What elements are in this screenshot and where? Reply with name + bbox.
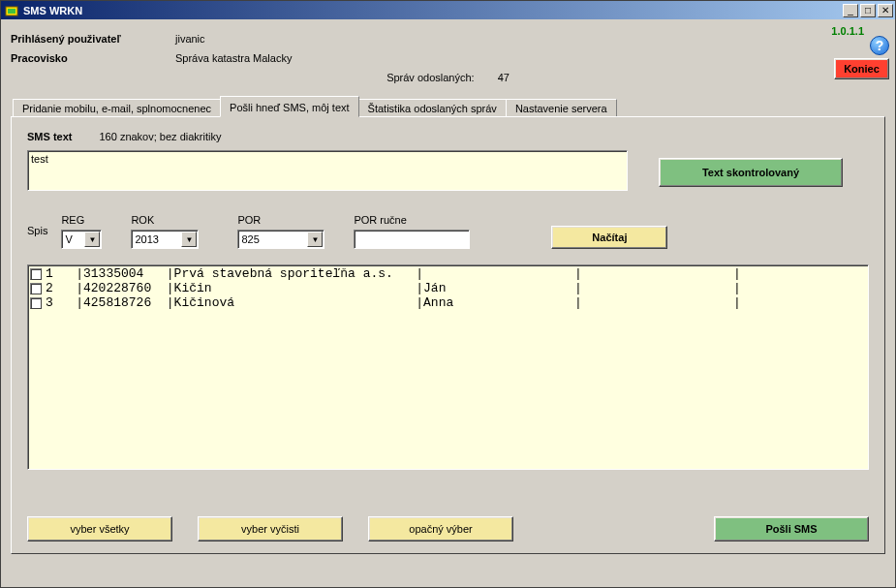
workplace-value: Správa katastra Malacky — [175, 52, 292, 64]
por-rucne-input[interactable] — [354, 230, 470, 249]
por-rucne-label: POR ručne — [354, 214, 470, 226]
row-text: 3 |425818726 |Kičinová |Anna | | — [46, 295, 741, 310]
list-item[interactable]: 3 |425818726 |Kičinová |Anna | | — [30, 295, 866, 310]
por-value: 825 — [241, 233, 259, 245]
row-checkbox[interactable] — [30, 268, 42, 280]
select-invert-button[interactable]: opačný výber — [368, 516, 513, 542]
main-window: SMS WRKN _ □ ✕ 1.0.1.1 ? Koniec Prihláse… — [0, 0, 896, 588]
load-button[interactable]: Načítaj — [551, 226, 667, 249]
help-icon[interactable]: ? — [870, 36, 889, 55]
send-sms-button[interactable]: Pošli SMS — [714, 516, 869, 542]
row-checkbox[interactable] — [30, 297, 42, 309]
chevron-down-icon: ▼ — [307, 232, 323, 247]
rok-combo[interactable]: 2013 ▼ — [131, 230, 199, 249]
rok-label: ROK — [131, 214, 199, 226]
chevron-down-icon: ▼ — [181, 232, 197, 247]
app-icon — [4, 3, 19, 18]
tab-server-settings[interactable]: Nastavenie servera — [506, 99, 617, 117]
sent-value: 47 — [498, 72, 510, 83]
select-all-button[interactable]: vyber všetky — [27, 516, 172, 542]
workplace-label: Pracovisko — [11, 52, 175, 64]
close-button[interactable]: ✕ — [878, 4, 893, 17]
tab-strip: Pridanie mobilu, e-mail, splnomocnenec P… — [13, 95, 885, 116]
row-text: 1 |31335004 |Prvá stavebná sporiteľňa a.… — [46, 266, 741, 281]
content-area: 1.0.1.1 ? Koniec Prihlásený použivateľ j… — [1, 19, 895, 587]
tab-send-sms[interactable]: Pošli hneď SMS, môj text — [220, 96, 359, 117]
tab-statistics[interactable]: Štatistika odoslaných správ — [358, 99, 507, 117]
svg-rect-1 — [8, 9, 15, 14]
exit-button[interactable]: Koniec — [834, 58, 889, 79]
row-text: 2 |420228760 |Kičin |Ján | | — [46, 281, 741, 295]
row-checkbox[interactable] — [30, 283, 42, 294]
version-label: 1.0.1.1 — [831, 25, 864, 37]
minimize-button[interactable]: _ — [843, 4, 858, 17]
header-block: Prihlásený použivateľ jivanic Pracovisko… — [11, 29, 885, 68]
tab-body: SMS text 160 znakov; bez diakritiky Text… — [11, 116, 885, 554]
reg-label: REG — [61, 214, 102, 226]
user-label: Prihlásený použivateľ — [11, 33, 175, 45]
sms-text-label: SMS text — [27, 131, 72, 142]
sent-row: Správ odoslaných: 47 — [11, 72, 885, 83]
reg-combo[interactable]: V ▼ — [61, 230, 102, 249]
sms-text-input[interactable] — [27, 150, 628, 191]
por-label: POR — [237, 214, 324, 226]
text-checked-button[interactable]: Text skontrolovaný — [659, 158, 843, 187]
user-value: jivanic — [175, 33, 205, 45]
sent-label: Správ odoslaných: — [386, 72, 475, 83]
spis-label: Spis — [27, 225, 47, 238]
list-item[interactable]: 1 |31335004 |Prvá stavebná sporiteľňa a.… — [30, 266, 866, 281]
window-title: SMS WRKN — [23, 5, 841, 16]
chevron-down-icon: ▼ — [84, 232, 100, 247]
results-list[interactable]: 1 |31335004 |Prvá stavebná sporiteľňa a.… — [27, 264, 869, 470]
select-clear-button[interactable]: vyber vyčisti — [198, 516, 343, 542]
por-combo[interactable]: 825 ▼ — [237, 230, 324, 249]
titlebar[interactable]: SMS WRKN _ □ ✕ — [1, 1, 895, 19]
tab-add-mobile[interactable]: Pridanie mobilu, e-mail, splnomocnenec — [13, 99, 221, 117]
maximize-button[interactable]: □ — [860, 4, 876, 17]
rok-value: 2013 — [135, 233, 158, 245]
sms-hint: 160 znakov; bez diakritiky — [99, 131, 221, 142]
reg-value: V — [65, 233, 72, 245]
list-item[interactable]: 2 |420228760 |Kičin |Ján | | — [30, 281, 866, 295]
